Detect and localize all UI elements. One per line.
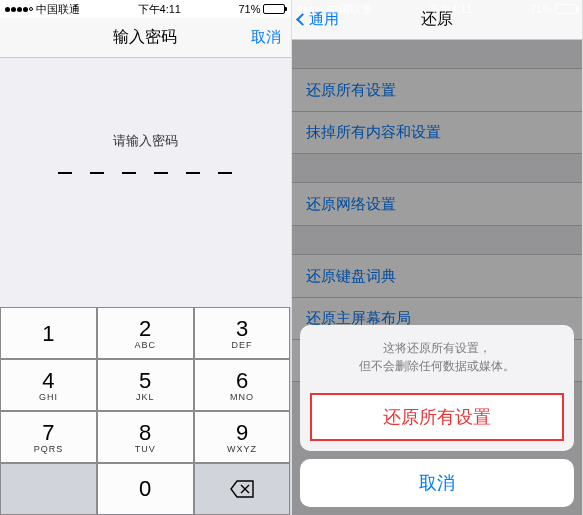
battery-icon (555, 4, 577, 14)
battery-pct: 71% (530, 3, 552, 15)
sheet-message: 这将还原所有设置， 但不会删除任何数据或媒体。 (300, 325, 575, 389)
passcode-area: 请输入密码 (0, 58, 291, 307)
key-9[interactable]: 9WXYZ (194, 411, 291, 463)
passcode-dashes (58, 172, 232, 174)
key-5[interactable]: 5JKL (97, 359, 194, 411)
carrier-label: 中国联通 (328, 2, 372, 17)
key-6[interactable]: 6MNO (194, 359, 291, 411)
sheet-cancel-button[interactable]: 取消 (300, 459, 575, 507)
passcode-prompt: 请输入密码 (113, 132, 178, 150)
battery-icon (263, 4, 285, 14)
backspace-icon (230, 480, 254, 498)
key-0[interactable]: 0 (97, 463, 194, 515)
signal-dots-icon (5, 7, 33, 12)
clock-label: 下午4:11 (429, 2, 472, 17)
phone-reset: 通用 还原 还原所有设置 抹掉所有内容和设置 还原网络设置 还原键盘词典 还原主… (292, 0, 584, 515)
nav-title: 输入密码 (113, 27, 177, 48)
carrier-label: 中国联通 (36, 2, 80, 17)
key-7[interactable]: 7PQRS (0, 411, 97, 463)
action-sheet: 这将还原所有设置， 但不会删除任何数据或媒体。 还原所有设置 取消 (292, 317, 583, 515)
status-bar: 中国联通 下午4:11 71% (292, 0, 583, 18)
confirm-reset-button[interactable]: 还原所有设置 (310, 393, 565, 441)
key-backspace[interactable] (194, 463, 291, 515)
key-blank (0, 463, 97, 515)
battery-pct: 71% (238, 3, 260, 15)
cancel-button[interactable]: 取消 (251, 28, 281, 47)
signal-dots-icon (297, 7, 325, 12)
key-1[interactable]: 1 (0, 307, 97, 359)
key-4[interactable]: 4GHI (0, 359, 97, 411)
numeric-keypad: 1 2ABC 3DEF 4GHI 5JKL 6MNO 7PQRS 8TUV 9W… (0, 307, 291, 515)
status-bar: 中国联通 下午4:11 71% (0, 0, 291, 18)
key-2[interactable]: 2ABC (97, 307, 194, 359)
key-8[interactable]: 8TUV (97, 411, 194, 463)
phone-passcode: 中国联通 下午4:11 71% 输入密码 取消 请输入密码 1 2ABC 3DE… (0, 0, 292, 515)
clock-label: 下午4:11 (138, 2, 181, 17)
nav-bar: 输入密码 取消 (0, 18, 291, 58)
key-3[interactable]: 3DEF (194, 307, 291, 359)
